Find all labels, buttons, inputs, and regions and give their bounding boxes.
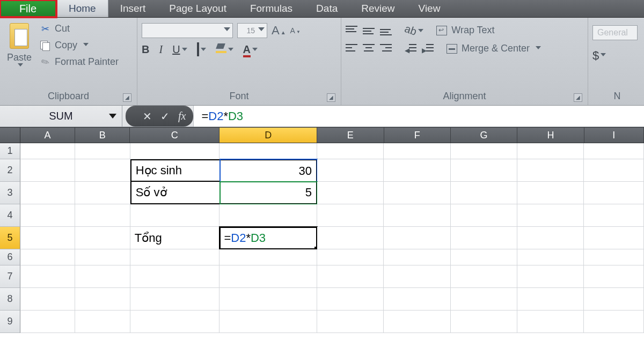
row-header-7[interactable]: 7: [0, 265, 20, 288]
cell-A2[interactable]: [20, 159, 75, 182]
col-header-B[interactable]: B: [75, 128, 130, 143]
file-tab[interactable]: File: [0, 0, 56, 17]
select-all-corner[interactable]: [0, 127, 20, 143]
merge-center-button[interactable]: Merge & Center: [447, 43, 541, 54]
cell-H1[interactable]: [517, 143, 584, 159]
cell-A1[interactable]: [20, 143, 75, 159]
cell-C3[interactable]: Số vở: [130, 182, 220, 204]
font-size-combo[interactable]: 15: [237, 23, 267, 38]
cell-D6[interactable]: [219, 249, 317, 265]
cell-C9[interactable]: [130, 311, 220, 333]
cell-E6[interactable]: [317, 249, 384, 265]
cell-H5[interactable]: [517, 227, 584, 249]
col-header-C[interactable]: C: [130, 128, 219, 143]
cell-H4[interactable]: [517, 204, 584, 227]
align-top-button[interactable]: [346, 26, 357, 35]
cell-G6[interactable]: [451, 249, 517, 265]
col-header-E[interactable]: E: [317, 128, 384, 143]
cell-G8[interactable]: [451, 288, 517, 311]
cell-G5[interactable]: [451, 227, 517, 249]
cell-F7[interactable]: [384, 265, 450, 288]
shrink-font-button[interactable]: A ▼: [290, 26, 301, 35]
cell-G4[interactable]: [451, 204, 517, 227]
cell-I8[interactable]: [584, 288, 644, 311]
italic-button[interactable]: I: [159, 43, 163, 56]
cell-A9[interactable]: [20, 311, 75, 333]
row-header-4[interactable]: 4: [0, 204, 20, 227]
col-header-I[interactable]: I: [584, 128, 644, 143]
tab-data[interactable]: Data: [304, 0, 349, 17]
cell-C2[interactable]: Học sinh: [130, 159, 220, 182]
cell-F2[interactable]: [384, 159, 450, 182]
number-format-combo[interactable]: General: [592, 25, 638, 40]
cell-A5[interactable]: [20, 227, 75, 249]
decrease-indent-button[interactable]: ◀: [405, 44, 416, 54]
cell-D7[interactable]: [219, 265, 317, 288]
cell-B9[interactable]: [75, 311, 130, 333]
copy-dropdown-icon[interactable]: [83, 43, 89, 48]
cell-B3[interactable]: [75, 182, 130, 204]
cell-D1[interactable]: [219, 143, 317, 159]
accounting-format-button[interactable]: $: [592, 49, 642, 63]
cell-C8[interactable]: [130, 288, 220, 311]
font-name-combo[interactable]: [142, 23, 233, 38]
cell-I1[interactable]: [584, 143, 644, 159]
cell-C4[interactable]: [130, 204, 220, 227]
name-box[interactable]: SUM: [0, 106, 122, 127]
cell-I5[interactable]: [584, 227, 644, 249]
cell-A3[interactable]: [20, 182, 75, 204]
col-header-H[interactable]: H: [517, 128, 584, 143]
cell-E3[interactable]: [317, 182, 384, 204]
copy-button[interactable]: Copy: [40, 40, 119, 51]
cell-F6[interactable]: [384, 249, 450, 265]
insert-function-button[interactable]: fx: [178, 110, 186, 122]
cell-D8[interactable]: [219, 288, 317, 311]
row-header-1[interactable]: 1: [0, 143, 20, 159]
cell-H6[interactable]: [517, 249, 584, 265]
align-left-button[interactable]: [346, 44, 357, 54]
cell-G1[interactable]: [451, 143, 517, 159]
cell-E7[interactable]: [317, 265, 384, 288]
cell-E8[interactable]: [317, 288, 384, 311]
cell-C5[interactable]: Tổng: [130, 227, 220, 249]
cell-A6[interactable]: [20, 249, 75, 265]
cell-H9[interactable]: [517, 311, 584, 333]
row-header-8[interactable]: 8: [0, 288, 20, 311]
cell-D2[interactable]: 30: [220, 159, 317, 182]
increase-indent-button[interactable]: ▶: [422, 44, 434, 54]
row-header-2[interactable]: 2: [0, 159, 20, 182]
cell-E9[interactable]: [317, 311, 384, 333]
clipboard-dialog-launcher[interactable]: ◢: [123, 93, 131, 102]
cell-D9[interactable]: [219, 311, 317, 333]
alignment-dialog-launcher[interactable]: ◢: [574, 93, 582, 102]
row-header-6[interactable]: 6: [0, 249, 20, 265]
cell-B2[interactable]: [75, 159, 130, 182]
col-header-G[interactable]: G: [451, 128, 517, 143]
cell-I3[interactable]: [584, 182, 644, 204]
cell-G7[interactable]: [451, 265, 517, 288]
cell-G2[interactable]: [451, 159, 517, 182]
paste-dropdown-icon[interactable]: [18, 63, 23, 69]
cell-I4[interactable]: [584, 204, 644, 227]
tab-insert[interactable]: Insert: [108, 0, 158, 17]
cut-button[interactable]: ✂ Cut: [40, 23, 119, 34]
tab-formulas[interactable]: Formulas: [238, 0, 304, 17]
align-center-button[interactable]: [363, 44, 375, 54]
formula-bar-input[interactable]: = D2 * D3: [193, 106, 644, 127]
cell-A7[interactable]: [20, 265, 75, 288]
cell-C6[interactable]: [130, 249, 220, 265]
cell-I2[interactable]: [584, 159, 644, 182]
cell-I9[interactable]: [584, 311, 644, 333]
row-header-9[interactable]: 9: [0, 311, 20, 333]
cell-B8[interactable]: [75, 288, 130, 311]
cell-B7[interactable]: [75, 265, 130, 288]
cell-A4[interactable]: [20, 204, 75, 227]
cell-H8[interactable]: [517, 288, 584, 311]
col-header-F[interactable]: F: [384, 128, 451, 143]
cell-B5[interactable]: [75, 227, 130, 249]
cell-D5[interactable]: = D2 * D3: [219, 227, 317, 249]
cell-A8[interactable]: [20, 288, 75, 311]
enter-formula-button[interactable]: ✓: [160, 110, 170, 123]
cell-C1[interactable]: [130, 143, 220, 159]
tab-page-layout[interactable]: Page Layout: [157, 0, 238, 17]
